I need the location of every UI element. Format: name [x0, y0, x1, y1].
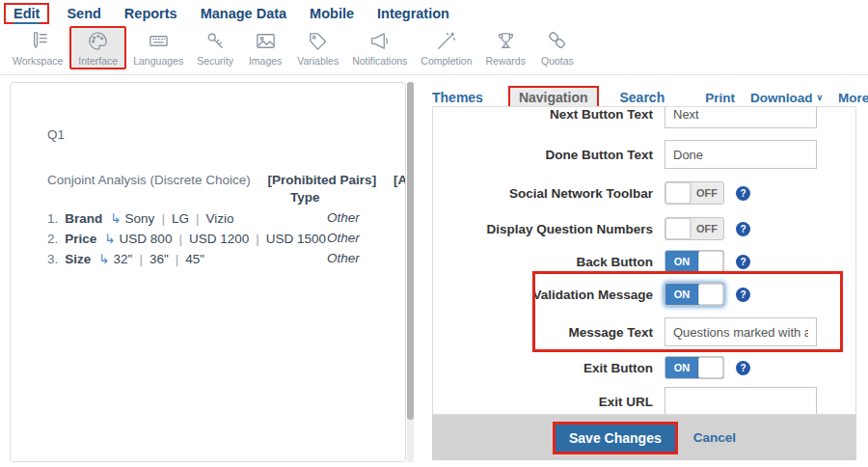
- field-label: Display Question Numbers: [433, 222, 665, 236]
- toolbar-item-workspace[interactable]: Workspace: [6, 26, 69, 69]
- cancel-link[interactable]: Cancel: [693, 430, 736, 445]
- attribute-number: 3.: [47, 252, 58, 266]
- nav-item-mobile[interactable]: Mobile: [298, 4, 366, 23]
- image-icon: [255, 30, 277, 52]
- display-question-numbers-toggle[interactable]: OFF: [665, 217, 724, 240]
- navigation-settings-form: Next Button Text Done Button Text Social…: [432, 106, 856, 415]
- field-label: Message Text: [433, 325, 665, 340]
- chain-icon: [546, 30, 568, 52]
- toolbar-item-rewards[interactable]: Rewards: [478, 26, 531, 69]
- toolbar-item-label: Interface: [78, 55, 118, 67]
- scrollbar-thumb[interactable]: [407, 82, 414, 420]
- toolbar-item-label: Quotas: [541, 55, 574, 67]
- field-label: Exit URL: [433, 395, 665, 409]
- attribute-level: USD 1500: [266, 232, 326, 246]
- attribute-row: 3.Size↳32"|36"|45" Other: [47, 251, 405, 266]
- attribute-name: Brand: [65, 211, 102, 226]
- toggle-state-label: ON: [665, 284, 698, 305]
- pen-list-icon: [27, 30, 49, 52]
- help-icon[interactable]: ?: [736, 186, 750, 201]
- type-column-header: Type: [290, 190, 320, 205]
- toolbar-item-languages[interactable]: Languages: [126, 26, 190, 69]
- next-button-text-input[interactable]: [665, 106, 817, 128]
- toggle-knob: [665, 218, 691, 239]
- megaphone-icon: [368, 30, 391, 52]
- wand-icon: [435, 30, 457, 52]
- download-link[interactable]: Download∨: [750, 91, 823, 105]
- nav-item-reports[interactable]: Reports: [113, 4, 189, 23]
- toolbar-item-label: Notifications: [352, 55, 407, 67]
- validation-message-toggle[interactable]: ON: [665, 283, 724, 306]
- field-label: Validation Message: [433, 288, 665, 302]
- nav-item-manage-data[interactable]: Manage Data: [189, 4, 298, 23]
- toggle-knob: [698, 357, 723, 378]
- back-button-toggle[interactable]: ON: [665, 250, 724, 273]
- attribute-name: Size: [65, 252, 91, 266]
- toolbar-item-label: Variables: [297, 55, 339, 67]
- help-icon[interactable]: ?: [736, 255, 750, 269]
- help-icon[interactable]: ?: [736, 361, 750, 375]
- toolbar-item-label: Rewards: [485, 55, 525, 67]
- form-footer: Save Changes Cancel: [432, 415, 856, 460]
- save-changes-button[interactable]: Save Changes: [553, 422, 678, 454]
- done-button-text-input[interactable]: [665, 140, 817, 169]
- survey-preview-panel: Q1 Conjoint Analysis (Discrete Choice) […: [10, 82, 406, 462]
- social-network-toolbar-toggle[interactable]: OFF: [665, 181, 724, 205]
- tab-themes[interactable]: Themes: [432, 90, 483, 105]
- attribute-number: 2.: [47, 232, 58, 246]
- message-text-input[interactable]: [665, 317, 817, 346]
- more-link[interactable]: More∨: [838, 91, 868, 105]
- help-icon[interactable]: ?: [736, 288, 750, 302]
- toggle-state-label: OFF: [691, 218, 723, 239]
- separator: |: [178, 232, 182, 246]
- print-link[interactable]: Print: [705, 91, 735, 105]
- tab-search[interactable]: Search: [620, 90, 665, 105]
- field-label: Social Network Toolbar: [433, 186, 665, 201]
- form-row-exit-url: Exit URL: [433, 387, 855, 415]
- field-label: Back Button: [433, 255, 665, 269]
- exit-button-toggle[interactable]: ON: [665, 356, 724, 379]
- field-label: Next Button Text: [433, 107, 665, 122]
- key-icon: [204, 30, 227, 52]
- attribute-level: Sony: [125, 211, 155, 226]
- field-label: Done Button Text: [433, 148, 665, 162]
- toolbar-item-interface[interactable]: Interface: [69, 26, 126, 69]
- form-row-message-text: Message Text: [433, 317, 855, 346]
- nav-item-integration[interactable]: Integration: [366, 4, 461, 23]
- toolbar-item-completion[interactable]: Completion: [414, 26, 478, 69]
- attribute-number: 1.: [47, 211, 58, 226]
- toggle-state-label: OFF: [691, 182, 723, 204]
- toolbar-item-label: Languages: [133, 55, 183, 67]
- toolbar-item-label: Security: [197, 55, 233, 67]
- toolbar-item-variables[interactable]: Variables: [290, 26, 345, 69]
- toolbar-item-security[interactable]: Security: [190, 26, 240, 69]
- prohibited-pairs-link[interactable]: [Prohibited Pairs]: [268, 173, 377, 187]
- level-arrow-icon: ↳: [110, 211, 121, 226]
- attribute-type: Other: [327, 231, 360, 245]
- form-row-exit-button: Exit Button ON ?: [433, 356, 855, 379]
- nav-item-send[interactable]: Send: [55, 4, 112, 23]
- toolbar-item-images[interactable]: Images: [240, 26, 290, 69]
- toolbar-item-quotas[interactable]: Quotas: [532, 26, 583, 69]
- toggle-knob: [698, 251, 723, 272]
- separator: |: [161, 211, 165, 226]
- toggle-knob: [665, 182, 691, 204]
- top-nav: Edit Send Reports Manage Data Mobile Int…: [0, 0, 868, 26]
- nav-item-edit[interactable]: Edit: [12, 6, 41, 21]
- exit-url-input[interactable]: [665, 387, 817, 415]
- help-icon[interactable]: ?: [736, 222, 750, 236]
- attribute-level: LG: [172, 211, 189, 226]
- attribute-type: Other: [327, 251, 360, 265]
- attribute-level: USD 800: [120, 232, 173, 246]
- toolbar-item-notifications[interactable]: Notifications: [345, 26, 414, 69]
- separator: |: [256, 232, 259, 246]
- separator: |: [176, 252, 179, 266]
- form-row-validation-message: Validation Message ON ?: [433, 283, 855, 306]
- palette-icon: [87, 30, 109, 52]
- toggle-state-label: ON: [665, 357, 698, 378]
- toggle-state-label: ON: [665, 251, 698, 272]
- preview-scrollbar[interactable]: [407, 82, 414, 462]
- keyboard-icon: [148, 30, 170, 52]
- add-fixed-tasks-link[interactable]: [Add Fixed Tasks]: [393, 173, 406, 187]
- attribute-row: 1.Brand↳Sony|LG|Vizio Other: [47, 210, 405, 226]
